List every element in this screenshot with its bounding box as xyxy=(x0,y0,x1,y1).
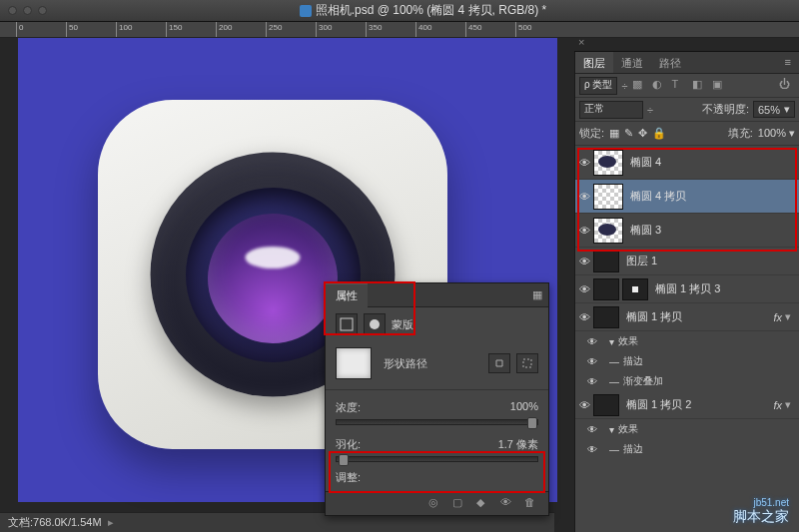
ruler-tick: 200 xyxy=(219,23,232,32)
minimize-button[interactable] xyxy=(23,6,32,15)
panel-menu-icon[interactable]: ▦ xyxy=(532,288,542,301)
slider-knob[interactable] xyxy=(339,454,349,466)
visibility-toggle[interactable]: 👁 xyxy=(575,311,593,323)
visibility-toggle[interactable]: 👁 xyxy=(575,256,593,267)
pixel-mask-icon[interactable] xyxy=(364,313,386,335)
ruler-tick: 250 xyxy=(269,23,282,32)
feather-slider[interactable] xyxy=(336,456,538,462)
fx-stroke-row[interactable]: 👁—描边 xyxy=(575,439,799,459)
layer-name[interactable]: 椭圆 4 xyxy=(630,155,661,170)
layer-filter-row: ρ 类型 ÷ ▩ ◐ T ◧ ▣ ⏻ xyxy=(575,74,799,98)
tab-paths[interactable]: 路径 xyxy=(651,52,689,73)
layer-name[interactable]: 椭圆 1 拷贝 3 xyxy=(655,281,720,296)
layer-row[interactable]: 👁 椭圆 4 xyxy=(575,146,799,180)
shape-mask-icon[interactable] xyxy=(336,313,358,335)
lens-highlight xyxy=(246,247,301,268)
layer-thumbnail[interactable] xyxy=(593,278,619,300)
svg-point-1 xyxy=(370,319,380,329)
panel-close-strip[interactable] xyxy=(574,38,799,52)
link-mask-button[interactable] xyxy=(488,353,510,373)
layer-name[interactable]: 椭圆 1 拷贝 2 xyxy=(626,397,691,412)
fx-badge[interactable]: fx xyxy=(773,399,785,411)
fill-value[interactable]: 100% ▾ xyxy=(758,127,795,140)
visibility-toggle[interactable]: 👁 xyxy=(575,283,593,295)
layer-thumbnail[interactable] xyxy=(593,306,619,328)
svg-rect-0 xyxy=(341,318,353,330)
tab-channels[interactable]: 通道 xyxy=(613,52,651,73)
fx-badge[interactable]: fx xyxy=(773,311,785,323)
ruler-tick: 100 xyxy=(119,23,132,32)
footer-logo-icon: ◎ xyxy=(428,496,444,512)
layer-row[interactable]: 👁 图层 1 xyxy=(575,248,799,275)
feather-label: 羽化: xyxy=(336,437,361,452)
layer-thumbnail[interactable] xyxy=(593,251,619,272)
close-button[interactable] xyxy=(8,6,17,15)
lock-label: 锁定: xyxy=(579,126,604,141)
select-mask-button[interactable] xyxy=(516,353,538,373)
density-slider[interactable] xyxy=(336,419,538,425)
layer-thumbnail[interactable] xyxy=(593,394,619,416)
layer-thumbnail[interactable] xyxy=(593,218,623,244)
layer-name[interactable]: 椭圆 3 xyxy=(630,223,661,238)
titlebar: 照相机.psd @ 100% (椭圆 4 拷贝, RGB/8) * xyxy=(0,0,799,22)
layer-name[interactable]: 椭圆 1 拷贝 xyxy=(626,309,682,324)
filter-kind-select[interactable]: ρ 类型 xyxy=(579,77,617,95)
lock-transparent-icon[interactable]: ▦ xyxy=(609,127,619,140)
layer-row[interactable]: 👁 椭圆 1 拷贝 3 xyxy=(575,275,799,303)
layer-name[interactable]: 图层 1 xyxy=(626,254,657,268)
chevron-down-icon[interactable]: ▾ xyxy=(785,310,795,323)
opacity-value[interactable]: 65% ▾ xyxy=(753,101,795,118)
right-panel-group: 图层 通道 路径 ≡ ρ 类型 ÷ ▩ ◐ T ◧ ▣ ⏻ 正常 ÷ 不透明度:… xyxy=(574,38,799,532)
layer-thumbnail[interactable] xyxy=(593,150,623,176)
visibility-toggle[interactable]: 👁 xyxy=(575,157,593,169)
tab-properties[interactable]: 属性 xyxy=(326,283,368,307)
chevron-down-icon[interactable]: ▾ xyxy=(785,398,795,411)
filter-toggle-switch[interactable]: ⏻ xyxy=(779,78,795,94)
apply-mask-button[interactable]: ◆ xyxy=(476,496,492,512)
layer-row[interactable]: 👁 椭圆 1 拷贝 fx ▾ xyxy=(575,303,799,331)
properties-panel: 属性 ▦ 蒙版 形状路径 浓度: 1 xyxy=(325,282,549,516)
lock-paint-icon[interactable]: ✎ xyxy=(624,127,633,140)
filter-shape-icon[interactable]: ◧ xyxy=(692,78,708,94)
fx-stroke-row[interactable]: 👁—描边 xyxy=(575,351,799,371)
layer-name[interactable]: 椭圆 4 拷贝 xyxy=(630,189,686,204)
fx-gradient-row[interactable]: 👁—渐变叠加 xyxy=(575,371,799,391)
layer-thumbnail[interactable] xyxy=(593,184,623,210)
panel-menu-icon[interactable]: ≡ xyxy=(777,52,799,73)
filter-smart-icon[interactable]: ▣ xyxy=(712,78,728,94)
ruler-tick: 300 xyxy=(319,23,332,32)
feather-field: 羽化: 1.7 像素 xyxy=(326,431,548,468)
horizontal-ruler[interactable]: 0 50 100 150 200 250 300 350 400 450 500 xyxy=(0,22,799,38)
adjust-label: 调整: xyxy=(336,470,361,485)
blend-mode-select[interactable]: 正常 xyxy=(579,101,643,119)
layer-row[interactable]: 👁 椭圆 3 xyxy=(575,214,799,248)
lock-fill-row: 锁定: ▦ ✎ ✥ 🔒 填充: 100% ▾ xyxy=(575,122,799,146)
filter-type-icon[interactable]: T xyxy=(672,78,688,94)
chevron-right-icon[interactable]: ▸ xyxy=(108,516,114,529)
visibility-toggle[interactable]: 👁 xyxy=(575,225,593,237)
layer-row[interactable]: 👁 椭圆 1 拷贝 2 fx ▾ xyxy=(575,391,799,419)
tab-layers[interactable]: 图层 xyxy=(575,52,613,73)
lock-all-icon[interactable]: 🔒 xyxy=(652,127,666,140)
mask-thumbnail[interactable] xyxy=(336,347,372,379)
document-title: 照相机.psd @ 100% (椭圆 4 拷贝, RGB/8) * xyxy=(316,2,547,19)
filter-adjust-icon[interactable]: ◐ xyxy=(652,78,668,94)
feather-value[interactable]: 1.7 像素 xyxy=(498,437,538,452)
watermark-text: 脚本之家 xyxy=(733,508,789,526)
slider-knob[interactable] xyxy=(527,417,537,429)
toggle-visibility-button[interactable]: 👁 xyxy=(500,496,516,512)
layer-row[interactable]: 👁 椭圆 4 拷贝 xyxy=(575,180,799,214)
delete-mask-button[interactable]: 🗑 xyxy=(524,496,540,512)
visibility-toggle[interactable]: 👁 xyxy=(575,191,593,203)
density-value[interactable]: 100% xyxy=(510,400,538,415)
zoom-button[interactable] xyxy=(38,6,47,15)
lock-move-icon[interactable]: ✥ xyxy=(638,127,647,140)
ruler-tick: 150 xyxy=(169,23,182,32)
filter-image-icon[interactable]: ▩ xyxy=(632,78,648,94)
fx-effects-row[interactable]: 👁▾效果 xyxy=(575,331,799,351)
fx-effects-row[interactable]: 👁▾效果 xyxy=(575,419,799,439)
enable-mask-button[interactable]: ▢ xyxy=(452,496,468,512)
visibility-toggle[interactable]: 👁 xyxy=(575,399,593,411)
panel-tabs: 图层 通道 路径 ≡ xyxy=(575,52,799,74)
mask-thumbnail[interactable] xyxy=(622,278,648,300)
